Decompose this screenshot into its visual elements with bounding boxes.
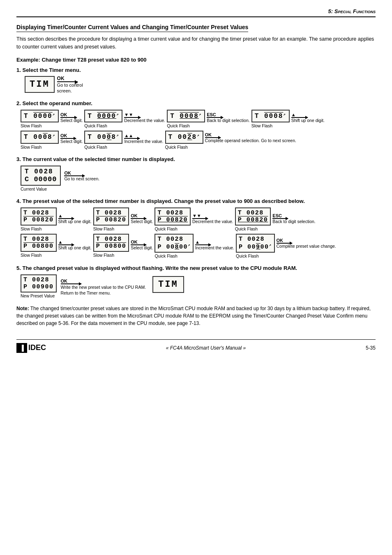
step-4: 4. The preset value of the selected time… — [16, 198, 376, 258]
header-title: 5: Special Functions — [328, 8, 376, 14]
note-text: Note: The changed timer/counter preset v… — [16, 305, 376, 327]
example-title: Example: Change timer T28 preset value 8… — [16, 57, 376, 63]
footer-center: « FC4A MicroSmart User's Manual » — [166, 345, 246, 351]
step-1: 1. Select the Timer menu. TIM OK Go to c… — [16, 67, 376, 94]
ok-conn-4c: OK Complete preset value change. — [277, 234, 336, 249]
vv-conn-2a: ▼▼ Decrement the value. — [124, 110, 165, 124]
step2-disp2: T 0000↗ Quick Flash — [84, 110, 122, 128]
step-2: 2. Select the operand number. T 0000↗ Sl… — [16, 100, 376, 150]
esc-conn-4a: ESC Back to digit selection. — [272, 207, 315, 225]
step4-disp2: T 0028 P 00820 Slow Flash — [93, 207, 129, 231]
step-1-label: 1. Select the Timer menu. — [16, 67, 376, 73]
step4-disp4: T 0028 P 00820 Quick Flash — [235, 207, 271, 231]
step4-disp7: T 0028 P 00800↗ Quick Flash — [154, 234, 193, 258]
step4-disp3: T 0028 P 00820 Quick Flash — [154, 207, 191, 231]
step3-display: T 0028 C 00000 Current Value — [21, 166, 61, 191]
ok-conn-3: OK Go to next screen. — [64, 166, 99, 181]
step-5-label: 5. The changed preset value is displayed… — [16, 265, 376, 271]
step2-disp7: T 0028↗ Quick Flash — [165, 131, 203, 149]
step4-disp1: T 0028 P 00820 Slow Flash — [21, 207, 57, 231]
step-5: 5. The changed preset value is displayed… — [16, 265, 376, 298]
step-3-label: 3. The current value of the selected tim… — [16, 156, 376, 162]
idec-logo: ▐ IDEC — [16, 343, 46, 353]
page-header: 5: Special Functions — [16, 8, 376, 17]
ok-conn-4b: OK Select digit. — [131, 234, 153, 250]
up-conn-4b: ▲ Shift up one digit. — [58, 234, 92, 251]
lcd-tim: TIM — [25, 76, 55, 93]
ok-conn-2b: OK Select digit. — [60, 131, 83, 144]
step5-disp1: T 0028 P 00900 New Preset Value — [21, 274, 57, 298]
aa-conn-4b: ▲ Increment the value. — [195, 234, 234, 251]
note-section: Note: The changed timer/counter preset v… — [16, 305, 376, 327]
ok-conn-5: OK Write the new preset value to the CPU… — [61, 274, 146, 296]
step-4-label: 4. The preset value of the selected time… — [16, 198, 376, 204]
footer-right: 5-35 — [366, 345, 376, 351]
step-3: 3. The current value of the selected tim… — [16, 156, 376, 191]
up-conn-4a: ▲ Shift up one digit. — [58, 207, 92, 225]
up-conn-2a: ▲ Shift up one digit. — [291, 110, 325, 124]
aa-conn-2b: ▲▲ Increment the value. — [124, 131, 163, 145]
esc-conn-2a: ESC Back to digit selection. — [207, 110, 249, 124]
page-footer: ▐ IDEC « FC4A MicroSmart User's Manual »… — [16, 339, 376, 353]
step4-disp5: T 0028 P 00800 Slow Flash — [21, 234, 57, 258]
step2-disp5: T 0008↗ Slow Flash — [21, 131, 59, 149]
step2-disp3: T 0008↗ Quick Flash — [167, 110, 205, 128]
step4-disp8: T 0028 P 00900↗ Quick Flash — [236, 234, 274, 258]
step-2-label: 2. Select the operand number. — [16, 100, 376, 106]
step2-disp6: T 0008↗ Quick Flash — [84, 131, 122, 149]
ok-conn-2a: OK Select digit. — [60, 110, 83, 123]
ok-conn-2c: OK Complete operand selection. Go to nex… — [205, 131, 296, 144]
step2-disp1: T 0000↗ Slow Flash — [21, 110, 59, 128]
step5-disp2: TIM — [152, 276, 184, 293]
step4-disp6: T 0028 P 00800 Slow Flash — [93, 234, 129, 258]
ok-connector-1: OK Go to control screen. — [57, 76, 83, 94]
ok-conn-4a: OK Select digit. — [131, 207, 153, 224]
step2-disp4: T 0008↗ Slow Flash — [251, 110, 290, 128]
vv-conn-4a: ▼▼ Decrement the value. — [192, 207, 233, 225]
intro-text: This section describes the procedure for… — [16, 35, 376, 51]
section-title: Displaying Timer/Counter Current Values … — [16, 24, 248, 32]
